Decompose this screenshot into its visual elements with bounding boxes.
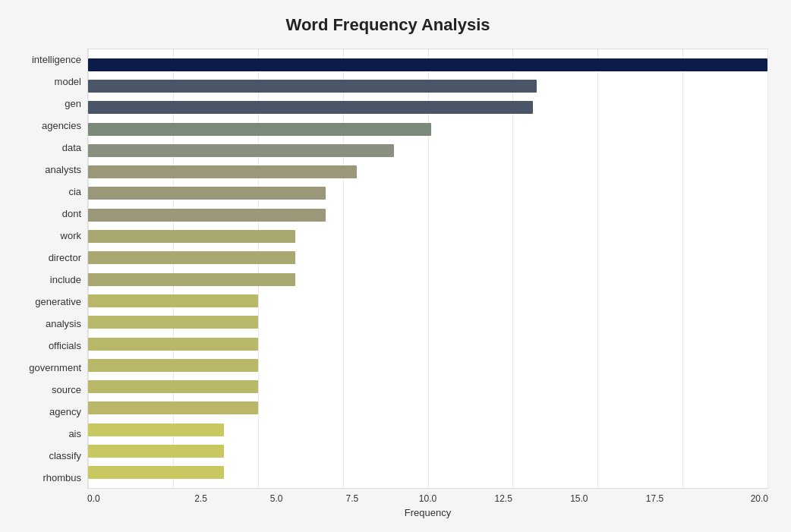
y-label: ais — [68, 429, 81, 439]
bar-row — [88, 398, 767, 419]
grid-line — [767, 49, 768, 488]
bar — [88, 273, 295, 286]
y-label: source — [52, 385, 81, 395]
x-axis-label: 7.5 — [314, 493, 390, 504]
bar-row — [88, 462, 767, 483]
bar-row — [88, 183, 767, 204]
x-axis-title: Frequency — [87, 507, 768, 518]
x-axis-label: 20.0 — [692, 493, 768, 504]
bar — [88, 359, 258, 372]
bar — [88, 187, 326, 200]
y-label: work — [61, 231, 81, 241]
x-axis-label: 10.0 — [390, 493, 466, 504]
bar — [88, 58, 767, 71]
bar-row — [88, 376, 767, 397]
bar — [88, 466, 224, 479]
x-axis-label: 15.0 — [541, 493, 617, 504]
y-label: analysis — [46, 319, 81, 329]
x-axis-label: 0.0 — [87, 493, 163, 504]
bar — [88, 230, 295, 243]
bar-row — [88, 354, 767, 376]
x-axis-label: 17.5 — [617, 493, 693, 504]
y-label: officials — [49, 341, 81, 351]
bar-row — [88, 333, 767, 354]
bar-row — [88, 161, 767, 182]
y-label: classify — [49, 451, 81, 461]
y-label: data — [62, 143, 81, 153]
y-label: agencies — [42, 121, 81, 131]
chart-area: intelligencemodelgenagenciesdataanalysts… — [8, 49, 768, 489]
bar — [88, 101, 533, 114]
y-label: include — [50, 275, 81, 285]
bar-row — [88, 290, 767, 311]
y-label: director — [49, 253, 81, 263]
bar-row — [88, 118, 767, 140]
bar — [88, 144, 394, 157]
y-label: rhombus — [43, 473, 81, 483]
y-label: generative — [35, 297, 81, 307]
chart-container: Word Frequency Analysis intelligencemode… — [0, 0, 791, 532]
bars-wrapper — [88, 49, 767, 488]
y-label: agency — [49, 407, 81, 417]
bar — [88, 423, 224, 436]
y-label: intelligence — [32, 55, 81, 65]
bar-row — [88, 419, 767, 440]
bar — [88, 294, 258, 307]
bar — [88, 316, 258, 329]
bar-row — [88, 54, 767, 75]
y-label: cia — [68, 187, 81, 197]
bar — [88, 380, 258, 393]
bar-row — [88, 269, 767, 290]
bar-row — [88, 440, 767, 461]
bar-row — [88, 247, 767, 269]
y-label: gen — [65, 99, 81, 109]
x-axis-label: 12.5 — [465, 493, 541, 504]
bar-row — [88, 140, 767, 161]
y-label: analysts — [45, 165, 81, 175]
x-axis-labels: 0.02.55.07.510.012.515.017.520.0 — [87, 489, 768, 504]
bar-row — [88, 97, 767, 118]
bar — [88, 251, 295, 264]
bar-row — [88, 204, 767, 225]
y-labels: intelligencemodelgenagenciesdataanalysts… — [8, 49, 87, 489]
bar-row — [88, 312, 767, 333]
bar — [88, 80, 537, 93]
y-label: model — [55, 77, 81, 87]
x-axis-label: 2.5 — [163, 493, 239, 504]
bar-row — [88, 75, 767, 96]
bar — [88, 123, 431, 136]
x-axis-label: 5.0 — [238, 493, 314, 504]
bar — [88, 445, 224, 458]
bars-and-grid — [87, 49, 768, 489]
chart-title: Word Frequency Analysis — [8, 15, 768, 35]
y-label: dont — [62, 209, 81, 219]
bar — [88, 401, 258, 414]
bar-row — [88, 225, 767, 247]
bar — [88, 338, 258, 351]
y-label: government — [29, 363, 81, 373]
bar — [88, 209, 326, 222]
bar — [88, 165, 357, 178]
